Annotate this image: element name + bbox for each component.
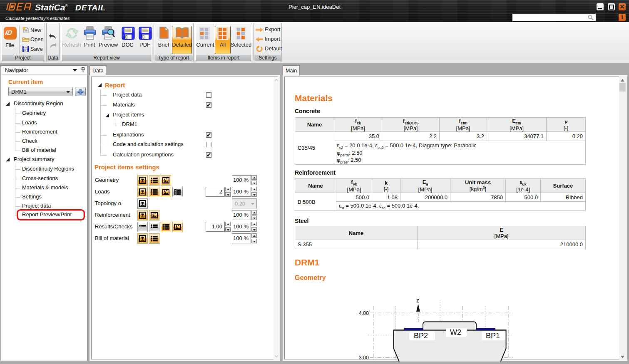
svg-text:BP1: BP1 xyxy=(486,332,500,340)
svg-text:3.00: 3.00 xyxy=(359,355,369,361)
svg-text:z: z xyxy=(416,297,419,304)
svg-text:4.00: 4.00 xyxy=(359,310,369,316)
svg-text:W2: W2 xyxy=(450,328,461,337)
svg-text:BP2: BP2 xyxy=(414,332,428,340)
